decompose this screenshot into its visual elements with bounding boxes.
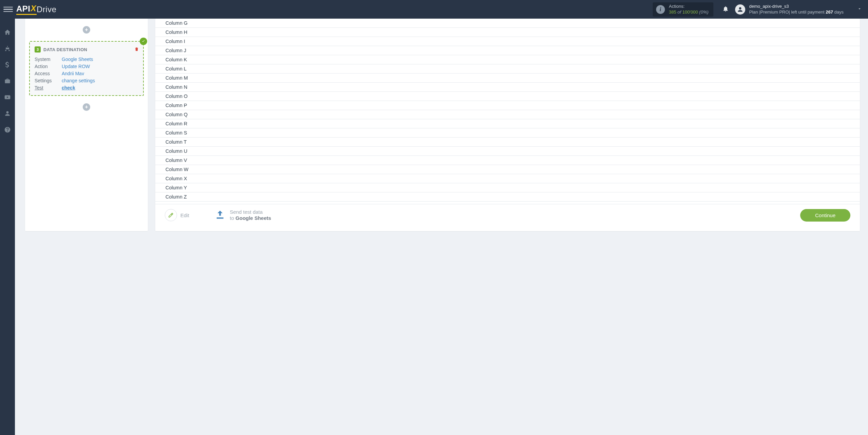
access-label: Access — [35, 71, 62, 76]
rail-billing-icon[interactable] — [4, 61, 11, 69]
system-label: System — [35, 57, 62, 62]
column-row[interactable]: Column S — [155, 128, 532, 138]
edit-label: Edit — [180, 212, 189, 218]
side-rail — [0, 19, 15, 266]
column-row[interactable]: Column J — [155, 46, 532, 55]
column-row[interactable]: Column G — [155, 19, 532, 28]
column-row[interactable]: Column M — [155, 74, 532, 83]
pencil-icon — [165, 209, 177, 221]
rail-briefcase-icon[interactable] — [4, 78, 11, 86]
access-link[interactable]: Andrii Mav — [62, 71, 84, 76]
rail-sitemap-icon[interactable] — [4, 45, 11, 53]
send-test-button[interactable]: Send test data to Google Sheets — [214, 209, 271, 222]
destination-title: DATA DESTINATION — [43, 47, 87, 52]
test-link[interactable]: check — [62, 85, 75, 90]
check-badge-icon — [140, 38, 147, 45]
column-row[interactable]: Column Z — [155, 192, 532, 202]
workspace: + 3 DATA DESTINATION System Google Sheet… — [15, 19, 532, 266]
rail-help-icon[interactable] — [4, 126, 11, 134]
settings-label: Settings — [35, 78, 62, 83]
step-number-badge: 3 — [35, 46, 41, 53]
action-label: Action — [35, 64, 62, 69]
column-row[interactable]: Column X — [155, 174, 532, 183]
column-list: Column GColumn HColumn IColumn JColumn K… — [155, 19, 532, 204]
delete-destination-button[interactable] — [134, 46, 139, 53]
column-row[interactable]: Column L — [155, 64, 532, 74]
action-link[interactable]: Update ROW — [62, 64, 90, 69]
column-row[interactable]: Column N — [155, 83, 532, 92]
add-step-top-button[interactable]: + — [83, 26, 90, 34]
column-row[interactable]: Column U — [155, 147, 532, 156]
edit-button[interactable]: Edit — [165, 209, 189, 221]
bottom-action-bar: Edit Send test data to Google Sheets Con… — [155, 204, 532, 231]
topbar: APIX Drive i Actions: 385 of 100'000 (0%… — [0, 0, 532, 19]
column-row[interactable]: Column P — [155, 101, 532, 110]
logo-drive: Drive — [37, 5, 57, 14]
upload-icon — [214, 209, 226, 221]
column-row[interactable]: Column T — [155, 138, 532, 147]
system-link[interactable]: Google Sheets — [62, 57, 93, 62]
data-destination-block[interactable]: 3 DATA DESTINATION System Google Sheets … — [29, 41, 144, 96]
column-row[interactable]: Column O — [155, 92, 532, 101]
logo-x: X — [31, 4, 37, 13]
send-test-label: Send test data to Google Sheets — [230, 209, 271, 222]
hamburger-menu-button[interactable] — [3, 7, 13, 12]
column-row[interactable]: Column H — [155, 28, 532, 37]
column-row[interactable]: Column R — [155, 119, 532, 128]
column-row[interactable]: Column V — [155, 156, 532, 165]
main-panel: Column GColumn HColumn IColumn JColumn K… — [155, 19, 532, 231]
settings-link[interactable]: change settings — [62, 78, 95, 83]
column-row[interactable]: Column Q — [155, 110, 532, 119]
flow-sidebar-card: + 3 DATA DESTINATION System Google Sheet… — [25, 19, 148, 231]
column-row[interactable]: Column Y — [155, 183, 532, 192]
add-step-bottom-button[interactable]: + — [83, 103, 90, 111]
rail-user-icon[interactable] — [4, 110, 11, 118]
rail-home-icon[interactable] — [4, 29, 11, 37]
test-label: Test — [35, 85, 62, 90]
column-row[interactable]: Column K — [155, 55, 532, 64]
rail-youtube-icon[interactable] — [4, 94, 11, 102]
logo-api: API — [16, 4, 31, 13]
logo[interactable]: APIX Drive — [16, 4, 57, 15]
column-row[interactable]: Column I — [155, 37, 532, 46]
column-row[interactable]: Column W — [155, 165, 532, 174]
